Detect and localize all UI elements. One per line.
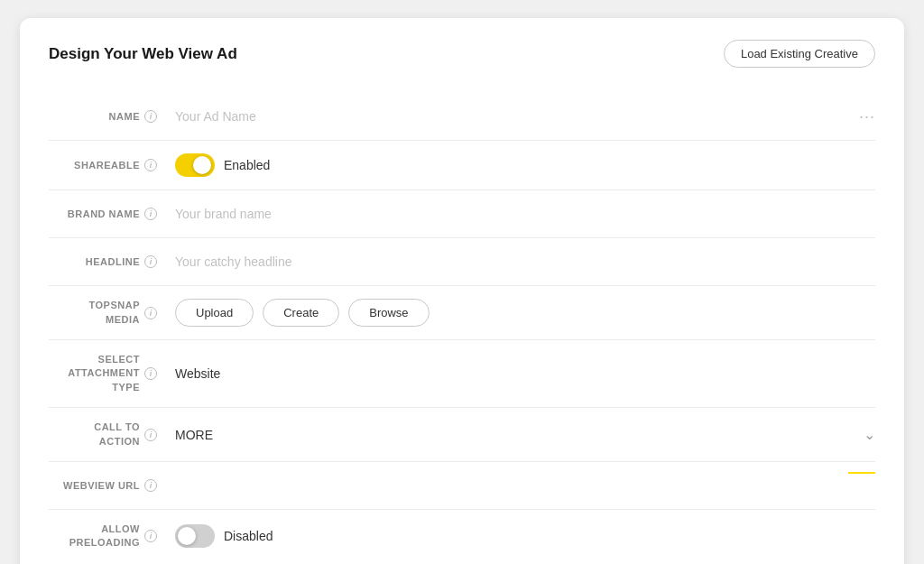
- call-to-action-label-col: CALL TOACTION i: [49, 421, 175, 448]
- upload-button[interactable]: Upload: [175, 299, 254, 327]
- call-to-action-info-icon[interactable]: i: [144, 429, 157, 441]
- select-attachment-type-info-icon[interactable]: i: [144, 367, 157, 380]
- topsnap-media-label-col: TOPSNAPMEDIA i: [49, 299, 175, 327]
- webview-url-label: WEBVIEW URL: [63, 480, 140, 491]
- shareable-toggle[interactable]: [175, 153, 215, 177]
- allow-preloading-field-col: Disabled: [175, 524, 875, 548]
- webview-url-input[interactable]: [175, 475, 875, 496]
- shareable-info-icon[interactable]: i: [144, 159, 157, 171]
- headline-input[interactable]: [175, 251, 875, 273]
- name-label: NAME: [109, 111, 140, 122]
- webview-url-info-icon[interactable]: i: [144, 479, 157, 492]
- allow-preloading-toggle-wrapper: Disabled: [175, 524, 273, 548]
- name-input[interactable]: [175, 106, 850, 127]
- cta-row: MORE ⌄: [175, 426, 875, 443]
- select-attachment-type-field-col: Website: [175, 366, 875, 381]
- select-attachment-type-label-col: SELECTATTACHMENTTYPE i: [49, 353, 175, 394]
- webview-url-row: WEBVIEW URL i: [49, 462, 875, 510]
- headline-info-icon[interactable]: i: [144, 255, 157, 268]
- shareable-toggle-wrapper: Enabled: [175, 153, 270, 177]
- name-more-icon[interactable]: ···: [850, 107, 875, 126]
- name-row: NAME i ···: [49, 93, 875, 141]
- select-attachment-type-label: SELECTATTACHMENTTYPE: [68, 353, 140, 394]
- headline-row: HEADLINE i: [49, 238, 875, 286]
- brand-name-field-col: [175, 203, 875, 225]
- attachment-type-value: Website: [175, 366, 220, 381]
- shareable-label: SHAREABLE: [74, 160, 140, 171]
- webview-url-field-col: [175, 475, 875, 496]
- topsnap-media-buttons: Upload Create Browse: [175, 299, 430, 327]
- webview-url-label-col: WEBVIEW URL i: [49, 479, 175, 492]
- card-header: Design Your Web View Ad Load Existing Cr…: [49, 40, 875, 68]
- headline-field-col: [175, 251, 875, 273]
- name-label-col: NAME i: [49, 110, 175, 123]
- shareable-label-col: SHAREABLE i: [49, 159, 175, 171]
- call-to-action-label: CALL TOACTION: [94, 421, 140, 448]
- headline-label-col: HEADLINE i: [49, 255, 175, 268]
- select-attachment-type-row: SELECTATTACHMENTTYPE i Website: [49, 340, 875, 408]
- allow-preloading-toggle[interactable]: [175, 524, 215, 548]
- name-field-col: ···: [175, 106, 875, 127]
- brand-name-info-icon[interactable]: i: [144, 208, 157, 220]
- headline-label: HEADLINE: [86, 256, 140, 267]
- allow-preloading-label-col: ALLOWPRELOADING i: [49, 522, 175, 550]
- design-web-view-ad-card: Design Your Web View Ad Load Existing Cr…: [20, 18, 904, 564]
- page-title: Design Your Web View Ad: [49, 45, 237, 63]
- topsnap-media-row: TOPSNAPMEDIA i Upload Create Browse: [49, 286, 875, 340]
- browse-button[interactable]: Browse: [348, 299, 429, 327]
- call-to-action-field-col: MORE ⌄: [175, 426, 875, 443]
- cta-underline: [848, 472, 875, 474]
- name-info-icon[interactable]: i: [144, 110, 157, 123]
- brand-name-label: BRAND NAME: [68, 208, 140, 219]
- cta-value: MORE: [175, 428, 864, 442]
- allow-preloading-state-label: Disabled: [224, 529, 273, 543]
- topsnap-media-label: TOPSNAPMEDIA: [89, 299, 140, 327]
- topsnap-media-field-col: Upload Create Browse: [175, 299, 875, 327]
- chevron-down-icon[interactable]: ⌄: [864, 426, 875, 443]
- allow-preloading-label: ALLOWPRELOADING: [69, 522, 140, 550]
- brand-name-input[interactable]: [175, 203, 875, 225]
- allow-preloading-info-icon[interactable]: i: [144, 530, 157, 542]
- load-existing-creative-button[interactable]: Load Existing Creative: [724, 40, 875, 68]
- brand-name-row: BRAND NAME i: [49, 190, 875, 238]
- allow-preloading-row: ALLOWPRELOADING i Disabled: [49, 510, 875, 563]
- shareable-toggle-thumb: [193, 156, 211, 174]
- shareable-row: SHAREABLE i Enabled: [49, 141, 875, 190]
- create-button[interactable]: Create: [263, 299, 339, 327]
- shareable-state-label: Enabled: [224, 158, 270, 172]
- shareable-field-col: Enabled: [175, 153, 875, 177]
- topsnap-media-info-icon[interactable]: i: [144, 307, 157, 319]
- brand-name-label-col: BRAND NAME i: [49, 208, 175, 220]
- call-to-action-row: CALL TOACTION i MORE ⌄: [49, 408, 875, 462]
